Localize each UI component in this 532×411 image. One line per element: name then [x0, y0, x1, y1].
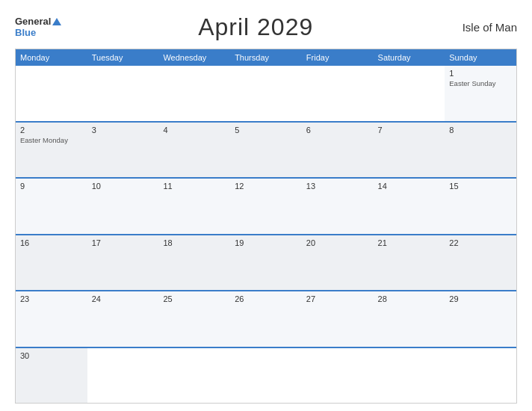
day-cell: 29	[445, 291, 516, 347]
day-header-wednesday: Wednesday	[158, 49, 230, 66]
day-cell: 5	[230, 123, 302, 178]
week-row: 2Easter Monday345678	[16, 121, 516, 178]
day-cell: 9	[16, 179, 87, 234]
day-header-tuesday: Tuesday	[87, 49, 159, 66]
logo-blue-text: Blue	[15, 28, 36, 38]
day-header-thursday: Thursday	[230, 49, 302, 66]
day-number: 15	[449, 182, 512, 191]
day-number: 6	[306, 126, 369, 135]
logo-triangle-icon	[52, 18, 61, 25]
day-cell	[302, 348, 374, 404]
day-cell: 23	[16, 291, 87, 347]
day-number: 3	[92, 126, 155, 135]
month-title: April 2029	[61, 13, 450, 41]
day-number: 18	[163, 238, 226, 247]
day-number: 5	[235, 126, 297, 135]
day-cell	[158, 348, 230, 404]
day-number: 1	[449, 69, 512, 78]
day-number: 14	[378, 182, 441, 191]
day-number: 26	[235, 294, 297, 303]
day-cell: 21	[374, 235, 445, 291]
day-cell	[16, 66, 87, 121]
day-cell: 27	[302, 291, 374, 347]
day-cell	[230, 348, 302, 404]
day-number: 30	[20, 351, 83, 360]
weeks: 1Easter Sunday2Easter Monday345678910111…	[16, 66, 516, 403]
day-number: 7	[378, 126, 441, 135]
day-cell: 17	[87, 235, 159, 291]
day-cell	[374, 348, 445, 404]
day-cell: 28	[374, 291, 445, 347]
day-event: Easter Monday	[20, 136, 83, 144]
day-cell: 12	[230, 179, 302, 234]
day-cell: 26	[230, 291, 302, 347]
day-number: 13	[306, 182, 369, 191]
week-row: 30	[16, 347, 516, 404]
day-cell: 1Easter Sunday	[445, 66, 516, 121]
day-number: 12	[235, 182, 297, 191]
day-event: Easter Sunday	[449, 79, 512, 87]
day-number: 24	[92, 294, 155, 303]
day-cell: 13	[302, 179, 374, 234]
day-number: 29	[449, 294, 512, 303]
day-number: 4	[163, 126, 226, 135]
day-cell: 20	[302, 235, 374, 291]
day-cell	[230, 66, 302, 121]
day-number: 27	[306, 294, 369, 303]
day-number: 28	[378, 294, 441, 303]
day-headers: MondayTuesdayWednesdayThursdayFridaySatu…	[16, 49, 516, 66]
day-cell: 30	[16, 348, 87, 404]
day-header-monday: Monday	[16, 49, 87, 66]
day-number: 25	[163, 294, 226, 303]
day-cell: 19	[230, 235, 302, 291]
day-cell	[158, 66, 230, 121]
day-number: 8	[449, 126, 512, 135]
day-cell: 14	[374, 179, 445, 234]
day-number: 16	[20, 238, 83, 247]
week-row: 1Easter Sunday	[16, 66, 516, 121]
day-cell: 2Easter Monday	[16, 123, 87, 178]
day-number: 10	[92, 182, 155, 191]
day-cell: 11	[158, 179, 230, 234]
calendar-page: General Blue April 2029 Isle of Man Mond…	[0, 0, 532, 411]
day-number: 9	[20, 182, 83, 191]
day-number: 20	[306, 238, 369, 247]
week-row: 9101112131415	[16, 177, 516, 234]
day-cell: 18	[158, 235, 230, 291]
day-number: 17	[92, 238, 155, 247]
day-cell: 15	[445, 179, 516, 234]
day-cell: 7	[374, 123, 445, 178]
day-cell: 3	[87, 123, 159, 178]
day-header-saturday: Saturday	[374, 49, 445, 66]
day-cell: 22	[445, 235, 516, 291]
day-cell: 16	[16, 235, 87, 291]
day-number: 11	[163, 182, 226, 191]
day-cell: 25	[158, 291, 230, 347]
day-header-sunday: Sunday	[445, 49, 516, 66]
day-number: 23	[20, 294, 83, 303]
day-cell: 10	[87, 179, 159, 234]
logo-general-text: General	[15, 16, 51, 27]
day-number: 21	[378, 238, 441, 247]
day-number: 19	[235, 238, 297, 247]
day-cell: 24	[87, 291, 159, 347]
week-row: 16171819202122	[16, 234, 516, 291]
day-number: 22	[449, 238, 512, 247]
day-cell: 8	[445, 123, 516, 178]
calendar: MondayTuesdayWednesdayThursdayFridaySatu…	[15, 49, 517, 404]
day-cell	[87, 348, 159, 404]
day-cell	[87, 66, 159, 121]
day-cell	[445, 348, 516, 404]
week-row: 23242526272829	[16, 290, 516, 347]
day-cell	[374, 66, 445, 121]
day-cell	[302, 66, 374, 121]
day-cell: 4	[158, 123, 230, 178]
region-label: Isle of Man	[450, 21, 517, 34]
day-cell: 6	[302, 123, 374, 178]
logo: General Blue	[15, 16, 61, 38]
header: General Blue April 2029 Isle of Man	[15, 13, 517, 41]
day-number: 2	[20, 126, 83, 135]
day-header-friday: Friday	[302, 49, 374, 66]
